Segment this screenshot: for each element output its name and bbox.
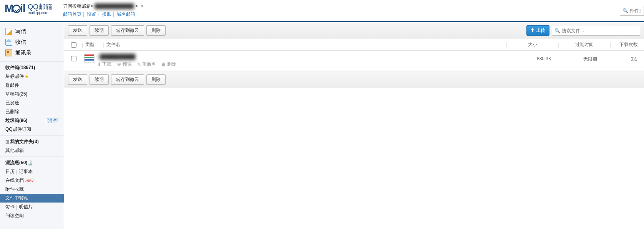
row-checkbox[interactable] [71, 56, 76, 61]
sidebar-trash[interactable]: 垃圾箱(96)[清空] [0, 116, 64, 125]
sidebar-deleted[interactable]: 已删除 [0, 107, 64, 116]
nav-skin[interactable]: 换肤 [102, 12, 111, 17]
sidebar-starred[interactable]: 星标邮件★ [0, 72, 64, 81]
sidebar: 写信 收信 通讯录 收件箱(18671) 星标邮件★ 群邮件 草稿箱(25) 已… [0, 22, 64, 229]
star-icon: ★ [25, 74, 29, 79]
op-download[interactable]: ⬇下载 [97, 61, 111, 68]
logo-mark: Mil [5, 2, 25, 15]
sidebar-other-mail[interactable]: 其他邮箱 [0, 146, 64, 155]
sidebar-drift-bottle[interactable]: 漂流瓶(50)🍶 [0, 158, 64, 167]
delete-button[interactable]: 删除 [146, 25, 166, 36]
file-row: 1██████████ ⬇下载 👁预览 ✎重命名 🗑删除 880.3K 无限期 … [64, 51, 644, 71]
col-type[interactable]: 类型 [85, 41, 101, 48]
sidebar-receive[interactable]: 收信 [0, 37, 64, 48]
header-nav: 邮箱首页| 设置- 换肤| 域名邮箱 [63, 11, 144, 18]
col-size[interactable]: 大小 [510, 41, 556, 48]
send-button[interactable]: 发送 [68, 25, 87, 36]
sidebar-calendar-notes: 日历|记事本 [0, 167, 64, 176]
sidebar-sent[interactable]: 已发送 [0, 99, 64, 107]
logo-check-icon [12, 5, 21, 13]
account-suffix: > [135, 3, 138, 9]
sidebar-contacts[interactable]: 通讯录 [0, 48, 64, 58]
op-preview[interactable]: 👁预览 [117, 61, 132, 68]
op-rename[interactable]: ✎重命名 [137, 61, 156, 68]
upload-icon: ⬆ [531, 28, 534, 33]
sidebar-attach-fav[interactable]: 附件收藏 [0, 185, 64, 194]
file-ops: ⬇下载 👁预览 ✎重命名 🗑删除 [97, 61, 521, 68]
eye-icon: 👁 [117, 62, 121, 67]
sidebar-cards-postcards: 贺卡|明信片 [0, 203, 64, 211]
account-switcher[interactable]: 刀网投稿邮箱< ████████████ > ▼ [63, 3, 144, 10]
search-icon: 🔍 [554, 28, 560, 33]
sidebar-my-folders[interactable]: ⊞我的文件夹(3) [0, 137, 64, 146]
sidebar-trash-clear[interactable]: [清空] [46, 117, 58, 124]
inbox-icon [5, 39, 12, 46]
toolbar-bottom: 发送 续期 转存到微云 删除 [64, 71, 644, 88]
sidebar-group-mail[interactable]: 群邮件 [0, 81, 64, 90]
logo[interactable]: Mil QQ邮箱 mail.qq.com [5, 2, 52, 15]
expand-icon: ⊞ [5, 139, 9, 145]
pencil-icon: ✎ [137, 62, 141, 67]
sidebar-inbox[interactable]: 收件箱(18671) [0, 63, 64, 72]
delete-button-bottom[interactable]: 删除 [146, 74, 166, 85]
caret-down-icon: ▼ [140, 3, 144, 9]
sidebar-notes[interactable]: 记事本 [19, 168, 33, 175]
nav-settings[interactable]: 设置 [87, 12, 96, 17]
main-panel: 发送 续期 转存到微云 删除 ⬆上传 🔍 | 类型 | 文件名 | 大小 | 过… [64, 22, 644, 229]
search-icon: 🔍 [622, 8, 628, 13]
trash-icon: 🗑 [161, 62, 166, 67]
col-dlcount[interactable]: 下载次数 [613, 41, 640, 48]
toolbar-top: 发送 续期 转存到微云 删除 ⬆上传 🔍 [64, 22, 644, 39]
logo-title: QQ邮箱 [28, 3, 52, 11]
file-expire: 无限期 [567, 54, 613, 63]
sidebar-compose[interactable]: 写信 [0, 26, 64, 37]
col-expire[interactable]: 过期时间 [561, 41, 607, 48]
account-email-masked: ████████████ [95, 3, 134, 9]
mail-search[interactable]: 🔍 [620, 6, 644, 16]
save-weiyun-button[interactable]: 转存到微云 [111, 25, 144, 36]
logo-subtitle: mail.qq.com [28, 11, 52, 15]
contacts-icon [5, 49, 12, 56]
col-name[interactable]: 文件名 [106, 41, 503, 48]
file-name[interactable]: 1██████████ [97, 54, 521, 59]
nav-domain-mail[interactable]: 域名邮箱 [117, 12, 135, 17]
sidebar-subscribe[interactable]: QQ邮件订阅 [0, 125, 64, 134]
download-icon: ⬇ [97, 62, 101, 67]
account-prefix: 刀网投稿邮箱< [63, 3, 93, 9]
sidebar-calendar[interactable]: 日历 [5, 168, 15, 175]
file-search-input[interactable] [562, 28, 637, 33]
file-size: 880.3K [521, 54, 567, 61]
table-head: | 类型 | 文件名 | 大小 | 过期时间 | 下载次数 [64, 39, 644, 51]
sidebar-cards[interactable]: 贺卡 [5, 204, 15, 210]
sidebar-file-station[interactable]: 文件中转站 [0, 194, 64, 203]
upload-button[interactable]: ⬆上传 [526, 25, 549, 36]
renew-button[interactable]: 续期 [90, 25, 109, 36]
new-badge: NEW [25, 179, 33, 183]
sidebar-read-space[interactable]: 阅读空间 [0, 211, 64, 220]
mail-search-input[interactable] [630, 8, 641, 13]
renew-button-bottom[interactable]: 续期 [90, 74, 109, 85]
app-header: Mil QQ邮箱 mail.qq.com 刀网投稿邮箱< ███████████… [0, 0, 644, 22]
sidebar-online-doc[interactable]: 在线文档NEW [0, 176, 64, 185]
header-info: 刀网投稿邮箱< ████████████ > ▼ 邮箱首页| 设置- 换肤| 域… [63, 2, 144, 18]
op-delete[interactable]: 🗑删除 [161, 61, 176, 68]
file-dlcount: 0次 [613, 54, 640, 63]
sidebar-postcards[interactable]: 明信片 [19, 204, 33, 210]
sidebar-drafts[interactable]: 草稿箱(25) [0, 90, 64, 99]
send-button-bottom[interactable]: 发送 [68, 74, 87, 85]
bottle-icon: 🍶 [27, 160, 33, 166]
save-weiyun-button-bottom[interactable]: 转存到微云 [111, 74, 144, 85]
file-search[interactable]: 🔍 [552, 26, 640, 36]
compose-icon [5, 28, 12, 35]
select-all-checkbox[interactable] [71, 42, 76, 48]
nav-home[interactable]: 邮箱首页 [63, 12, 81, 17]
file-type-icon [84, 54, 95, 63]
